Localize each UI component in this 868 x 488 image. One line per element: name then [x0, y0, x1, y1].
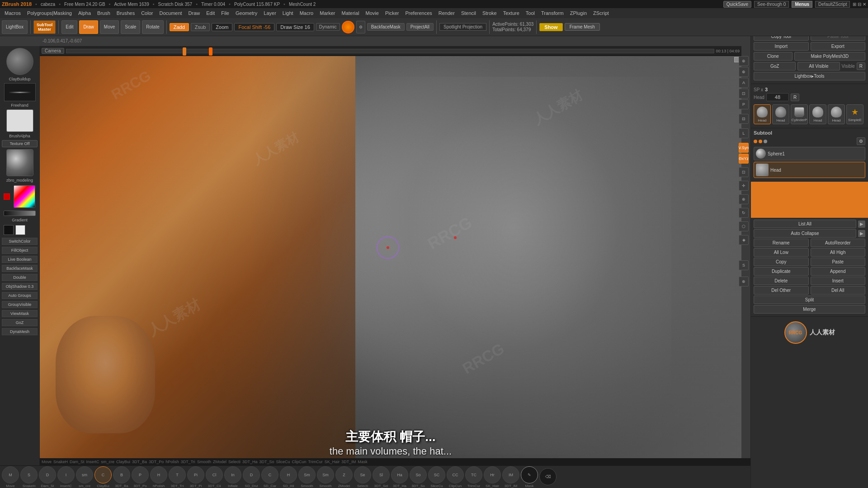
menu-preferences[interactable]: Preferences: [403, 9, 435, 17]
draw-button[interactable]: Draw: [79, 20, 98, 34]
tool-icon-simple[interactable]: ★ SimpleE: [846, 104, 863, 124]
bt-icon-3dtha[interactable]: Ha: [391, 466, 408, 483]
auto-collapse-button[interactable]: Auto Collapse: [754, 229, 856, 238]
bt-icon-skhair[interactable]: Hr: [484, 466, 501, 483]
split-button[interactable]: Split: [754, 296, 865, 304]
bt-icon-eraser[interactable]: ⌫: [539, 468, 557, 485]
r-button[interactable]: R: [857, 62, 865, 70]
menu-marker[interactable]: Marker: [317, 9, 338, 17]
material-preview[interactable]: [6, 149, 33, 176]
zoom3d-btn[interactable]: ⊕: [739, 194, 749, 204]
all-low-button[interactable]: All Low: [754, 248, 809, 257]
menus-button[interactable]: Menus: [792, 1, 812, 8]
poly-btn[interactable]: ⬡: [739, 221, 749, 231]
frame-btn[interactable]: ⊡: [739, 167, 749, 177]
menu-edit[interactable]: Edit: [203, 9, 217, 17]
scroll-btn[interactable]: ⊕: [739, 56, 749, 66]
menu-render[interactable]: Render: [436, 9, 458, 17]
rotate-icon-btn[interactable]: ↻: [739, 208, 749, 218]
goz-left-btn[interactable]: GoZ: [2, 319, 38, 326]
bnr-move[interactable]: Move: [42, 460, 52, 464]
menu-draw[interactable]: Draw: [186, 9, 203, 17]
bnr-slicecu[interactable]: SliceCu: [276, 460, 290, 464]
bt-icon-3dtcli[interactable]: Cl: [206, 466, 223, 483]
head-r-button[interactable]: R: [791, 94, 799, 101]
bnr-trimcur[interactable]: TrimCur: [308, 460, 323, 464]
menu-color[interactable]: Color: [138, 9, 156, 17]
backface-button[interactable]: BackfaceMask: [367, 23, 405, 31]
actual-btn[interactable]: A: [739, 78, 749, 88]
bnr-skhair[interactable]: SK_Hair: [325, 460, 340, 464]
bnr-damst[interactable]: Dam_St: [70, 460, 85, 464]
merge-button[interactable]: Merge: [754, 305, 865, 314]
insert-button[interactable]: Insert: [811, 277, 866, 285]
white-swatch[interactable]: [15, 225, 25, 235]
texture-off-btn[interactable]: Texture Off: [2, 140, 38, 147]
stroke-preview[interactable]: [4, 83, 36, 101]
tool-icon-cylinder[interactable]: CylinderP: [791, 104, 808, 124]
menu-zplugin[interactable]: ZPlugin: [567, 9, 590, 17]
subtool-master-button[interactable]: SubTool Master: [33, 20, 56, 34]
bt-icon-smcre[interactable]: sm: [76, 466, 93, 483]
dynamesh-btn[interactable]: DynaMesh: [2, 328, 38, 335]
menu-transform[interactable]: Transform: [538, 9, 566, 17]
gradient-bar[interactable]: [4, 211, 36, 216]
objshadow-btn[interactable]: ObjShadow 0.3: [2, 283, 38, 290]
bnr-selecti[interactable]: Selecti: [228, 460, 241, 464]
delete-button[interactable]: Delete: [754, 277, 809, 285]
bt-icon-slicecu[interactable]: SC: [428, 466, 445, 483]
bt-icon-3dtim[interactable]: IM: [502, 466, 519, 483]
move-button[interactable]: Move: [100, 20, 119, 34]
timeline-track[interactable]: [66, 49, 714, 53]
brush-settings-btn[interactable]: ⚙: [356, 21, 365, 33]
menu-polygroups[interactable]: Polygroups|Masking: [24, 9, 75, 17]
rotate-button[interactable]: Rotate: [142, 20, 163, 34]
bt-icon-sdcar[interactable]: C: [261, 466, 278, 483]
bnr-3dtim[interactable]: 3DT_IM: [341, 460, 356, 464]
paste-sub-button[interactable]: Paste: [811, 258, 866, 266]
canvas-area[interactable]: RRCG 人人素材 RRCG 人人素材 人人素材 RRCG 主要体积 帽子...…: [40, 56, 741, 475]
backface-mask-btn[interactable]: BackfaceMask: [2, 265, 38, 272]
bnr-mask[interactable]: Mask: [358, 460, 368, 464]
auto-reorder-button[interactable]: AutoReorder: [811, 239, 866, 247]
menu-zscript[interactable]: ZScript: [590, 9, 612, 17]
auto-collapse-arrow[interactable]: ▶: [858, 230, 865, 237]
menu-movie[interactable]: Movie: [363, 9, 382, 17]
camera-label[interactable]: Camera: [42, 48, 64, 54]
aaframe-btn[interactable]: ⊡: [739, 89, 749, 99]
bt-icon-trimcur[interactable]: TC: [465, 466, 482, 483]
bnr-hpolish[interactable]: hPolish: [165, 460, 179, 464]
menu-picker[interactable]: Picker: [382, 9, 402, 17]
persp-btn[interactable]: P: [739, 99, 749, 109]
bt-icon-smooth2[interactable]: Sm: [317, 466, 334, 483]
brush-preview[interactable]: [6, 48, 33, 75]
subtool-options-btn[interactable]: ⚙: [857, 137, 865, 145]
bt-icon-3dtsel[interactable]: Sl: [373, 466, 390, 483]
solo-btn[interactable]: S: [739, 260, 749, 270]
list-all-button[interactable]: List All: [754, 220, 856, 228]
bt-icon-3dtba[interactable]: B: [113, 466, 130, 483]
project-all-button[interactable]: ProjectAll: [406, 23, 434, 31]
bnr-insertc[interactable]: InsertC: [86, 460, 99, 464]
menu-material[interactable]: Material: [339, 9, 362, 17]
frame-mesh-button[interactable]: Frame Mesh: [565, 23, 600, 31]
alpha-preview[interactable]: [6, 109, 33, 132]
make-polymesh-button[interactable]: Make PolyMesh3D: [794, 52, 865, 61]
bt-icon-3dtpi[interactable]: Pi: [187, 466, 204, 483]
duplicate-button[interactable]: Duplicate: [754, 267, 809, 276]
subtool-item-sphere1[interactable]: Sphere1: [754, 147, 865, 160]
bnr-3dtha[interactable]: 3DT_Ha: [242, 460, 258, 464]
list-all-arrow[interactable]: ▶: [858, 221, 865, 228]
bnr-3dtpo[interactable]: 3DT_Po: [149, 460, 164, 464]
bt-icon-selecti[interactable]: Se: [354, 466, 371, 483]
bnr-clipcun[interactable]: ClipCun: [292, 460, 307, 464]
bnr-claybui[interactable]: ClayBui: [116, 460, 130, 464]
vsync-btn[interactable]: V.Syn: [739, 143, 749, 153]
floor-btn[interactable]: ⊟: [739, 114, 749, 124]
bt-icon-damst[interactable]: D: [39, 466, 56, 483]
import-button[interactable]: Import: [754, 42, 809, 51]
quicksave-button[interactable]: QuickSave: [723, 1, 751, 8]
menu-stencil[interactable]: Stencil: [458, 9, 479, 17]
groupvisible-btn[interactable]: GroupVisible: [2, 301, 38, 308]
bt-icon-hpolish[interactable]: H: [150, 466, 167, 483]
